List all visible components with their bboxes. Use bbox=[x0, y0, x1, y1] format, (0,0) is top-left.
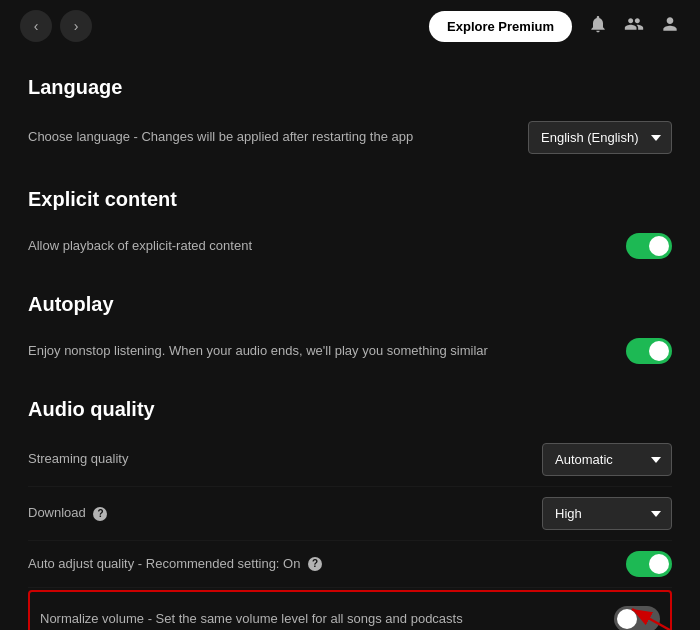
normalize-volume-toggle[interactable] bbox=[614, 606, 660, 630]
audio-quality-title: Audio quality bbox=[28, 398, 672, 421]
forward-button[interactable]: › bbox=[60, 10, 92, 42]
explicit-section: Explicit content Allow playback of expli… bbox=[28, 188, 672, 269]
back-button[interactable]: ‹ bbox=[20, 10, 52, 42]
explicit-title: Explicit content bbox=[28, 188, 672, 211]
autoplay-row: Enjoy nonstop listening. When your audio… bbox=[28, 328, 672, 374]
normalize-volume-label: Normalize volume - Set the same volume l… bbox=[40, 610, 614, 628]
download-quality-label: Download ? bbox=[28, 504, 542, 522]
language-section: Language Choose language - Changes will … bbox=[28, 76, 672, 164]
settings-content: Language Choose language - Changes will … bbox=[0, 52, 700, 630]
download-quality-select[interactable]: Low Normal High Very High bbox=[542, 497, 672, 530]
explore-premium-button[interactable]: Explore Premium bbox=[429, 11, 572, 42]
auto-adjust-row: Auto adjust quality - Recommended settin… bbox=[28, 541, 672, 588]
nav-right: Explore Premium bbox=[429, 11, 680, 42]
audio-quality-section: Audio quality Streaming quality Automati… bbox=[28, 398, 672, 630]
streaming-quality-row: Streaming quality Automatic Low Normal H… bbox=[28, 433, 672, 487]
auto-adjust-label: Auto adjust quality - Recommended settin… bbox=[28, 555, 626, 573]
autoplay-section: Autoplay Enjoy nonstop listening. When y… bbox=[28, 293, 672, 374]
nav-arrows: ‹ › bbox=[20, 10, 92, 42]
autoplay-toggle[interactable] bbox=[626, 338, 672, 364]
download-help-icon[interactable]: ? bbox=[93, 507, 107, 521]
auto-adjust-toggle[interactable] bbox=[626, 551, 672, 577]
language-select[interactable]: English (English) Español Français bbox=[528, 121, 672, 154]
explicit-toggle[interactable] bbox=[626, 233, 672, 259]
streaming-quality-label: Streaming quality bbox=[28, 450, 542, 468]
profile-icon[interactable] bbox=[660, 14, 680, 39]
explicit-description: Allow playback of explicit-rated content bbox=[28, 237, 626, 255]
language-description: Choose language - Changes will be applie… bbox=[28, 128, 528, 146]
top-nav: ‹ › Explore Premium bbox=[0, 0, 700, 52]
download-quality-row: Download ? Low Normal High Very High bbox=[28, 487, 672, 541]
autoplay-title: Autoplay bbox=[28, 293, 672, 316]
language-title: Language bbox=[28, 76, 672, 99]
language-row: Choose language - Changes will be applie… bbox=[28, 111, 672, 164]
normalize-volume-row: Normalize volume - Set the same volume l… bbox=[40, 602, 660, 630]
explicit-row: Allow playback of explicit-rated content bbox=[28, 223, 672, 269]
bell-icon[interactable] bbox=[588, 14, 608, 39]
friends-icon[interactable] bbox=[624, 14, 644, 39]
streaming-quality-select[interactable]: Automatic Low Normal High Very High bbox=[542, 443, 672, 476]
auto-adjust-help-icon[interactable]: ? bbox=[308, 557, 322, 571]
normalize-volume-highlighted-box: Normalize volume - Set the same volume l… bbox=[28, 590, 672, 630]
autoplay-description: Enjoy nonstop listening. When your audio… bbox=[28, 342, 626, 360]
